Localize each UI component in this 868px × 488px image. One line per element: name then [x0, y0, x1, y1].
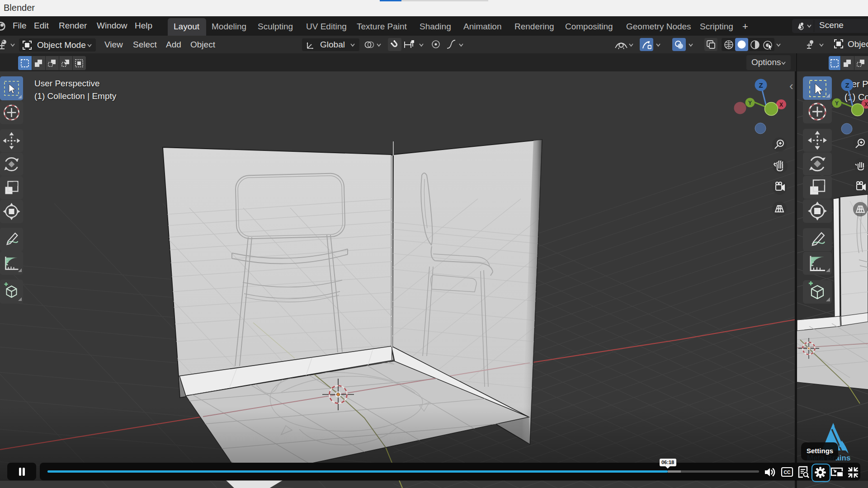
- svg-text:CC: CC: [783, 469, 791, 475]
- svg-text:Z: Z: [759, 81, 763, 89]
- svg-text:Y: Y: [835, 100, 839, 107]
- svg-text:‹: ‹: [789, 79, 793, 93]
- svg-text:Z: Z: [845, 81, 849, 89]
- svg-text:Y: Y: [748, 100, 752, 106]
- svg-text:X: X: [779, 102, 783, 108]
- svg-text:X: X: [864, 101, 868, 108]
